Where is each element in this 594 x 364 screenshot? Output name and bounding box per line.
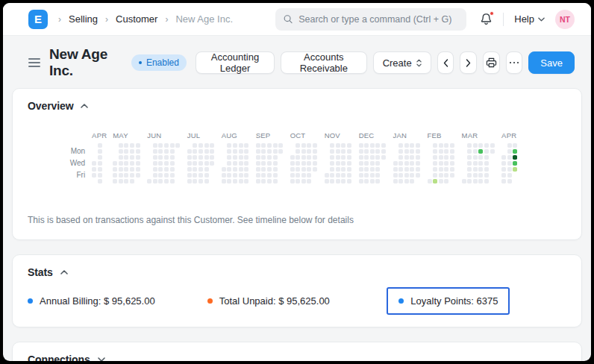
heatmap-cell — [439, 179, 443, 183]
heatmap-cell — [330, 149, 334, 154]
heatmap-cell — [273, 167, 278, 172]
status-dot-icon — [139, 61, 142, 64]
chevron-right-icon: › — [58, 14, 61, 25]
accounting-ledger-button[interactable]: Accounting Ledger — [196, 51, 275, 74]
sidebar-toggle-icon[interactable] — [28, 55, 40, 70]
heatmap-cell — [124, 173, 128, 178]
heatmap-cell — [244, 179, 248, 183]
user-avatar[interactable]: NT — [555, 10, 575, 29]
heatmap-cell — [330, 143, 334, 148]
heatmap-month-group: FEB — [428, 131, 456, 185]
heatmap-cell — [444, 161, 448, 166]
next-button[interactable] — [460, 51, 477, 74]
connections-section-toggle[interactable]: Connections — [13, 342, 581, 361]
help-menu[interactable]: Help — [514, 13, 545, 25]
divider — [503, 13, 504, 26]
heatmap-cell — [433, 155, 437, 160]
heatmap-cell — [513, 143, 517, 148]
more-options-button[interactable] — [506, 51, 523, 74]
chevron-right-icon — [466, 59, 471, 67]
heatmap-cell — [307, 155, 311, 160]
heatmap-cell — [330, 173, 334, 178]
heatmap-cell — [375, 179, 380, 183]
heatmap-cell — [473, 149, 478, 154]
heatmap-cell — [187, 149, 192, 154]
heatmap-cell — [296, 173, 300, 178]
heatmap-cell — [336, 149, 340, 154]
breadcrumb-customer[interactable]: Customer — [116, 13, 157, 25]
heatmap-cell — [364, 149, 369, 154]
heatmap-month-group: JUN — [147, 131, 181, 185]
heatmap-cell — [193, 173, 197, 178]
accounts-receivable-button[interactable]: Accounts Receivable — [281, 51, 367, 74]
heatmap-cell — [336, 167, 340, 172]
heatmap-cell — [410, 143, 414, 148]
heatmap-cell — [370, 179, 375, 183]
heatmap-cell — [193, 179, 197, 183]
heatmap-cell — [193, 167, 197, 172]
heatmap-cell — [130, 179, 134, 183]
heatmap-cell — [244, 167, 248, 172]
heatmap-cell — [261, 143, 266, 148]
heatmap-cell — [124, 161, 128, 166]
heatmap-cell — [198, 173, 203, 178]
heatmap-cell — [450, 161, 454, 166]
heatmap-cell — [439, 161, 443, 166]
heatmap-cell — [256, 173, 260, 178]
heatmap-cell — [473, 161, 478, 166]
heatmap-cell — [153, 167, 157, 172]
heatmap-cell — [398, 149, 403, 154]
heatmap-cell — [404, 143, 409, 148]
save-button[interactable]: Save — [528, 51, 575, 74]
heatmap-cell — [467, 161, 472, 166]
heatmap-cell — [433, 173, 437, 178]
heatmap-cell — [433, 161, 437, 166]
heatmap-cell — [450, 143, 454, 148]
heatmap-cell — [153, 161, 157, 166]
heatmap-cell — [210, 161, 214, 166]
month-label: MAY — [113, 131, 141, 143]
heatmap-cell — [341, 143, 346, 148]
heatmap-cell — [467, 173, 472, 178]
heatmap-cell — [307, 149, 311, 154]
previous-button[interactable] — [437, 51, 454, 74]
heatmap-cell — [92, 161, 96, 166]
heatmap-cell — [301, 179, 306, 183]
heatmap-cell — [113, 179, 117, 183]
create-dropdown-button[interactable]: Create — [373, 51, 431, 74]
heatmap-cell — [119, 179, 123, 183]
heatmap-cell — [467, 149, 472, 154]
heatmap-cell — [444, 143, 448, 148]
breadcrumb-selling[interactable]: Selling — [69, 13, 98, 25]
heatmap-cell — [341, 173, 346, 178]
search-input[interactable] — [298, 14, 458, 25]
heatmap-cell — [404, 161, 409, 166]
heatmap-cell — [204, 167, 209, 172]
chevron-right-icon: › — [105, 14, 108, 25]
print-button[interactable] — [483, 51, 500, 74]
heatmap-cell — [484, 161, 489, 166]
heatmap-cell — [347, 161, 351, 166]
heatmap-cell — [393, 167, 398, 172]
heatmap-cell — [273, 173, 278, 178]
heatmap-cell — [136, 161, 140, 166]
heatmap-cell — [136, 149, 140, 154]
heatmap-cell — [164, 149, 169, 154]
stats-card: Stats Annual Billing: $ 95,625.00Total U… — [12, 254, 582, 327]
day-label — [69, 179, 92, 183]
page-header: New Age Inc. Enabled Accounting Ledger A… — [3, 36, 591, 87]
month-label: DEC — [359, 131, 387, 143]
heatmap-cell — [341, 149, 346, 154]
heatmap-cell — [347, 173, 351, 178]
heatmap-cell — [164, 161, 169, 166]
heatmap-cell — [273, 149, 278, 154]
heatmap-cell — [256, 179, 260, 183]
heatmap-footnote: This is based on transactions against th… — [28, 215, 566, 239]
erpnext-logo-icon[interactable]: E — [28, 10, 48, 29]
stats-section-toggle[interactable]: Stats — [13, 255, 581, 284]
overview-section-toggle[interactable]: Overview — [13, 89, 581, 118]
search-bar[interactable] — [275, 8, 466, 31]
heatmap-cell — [301, 173, 306, 178]
heatmap-cell — [410, 173, 414, 178]
notifications-button[interactable] — [480, 13, 493, 25]
